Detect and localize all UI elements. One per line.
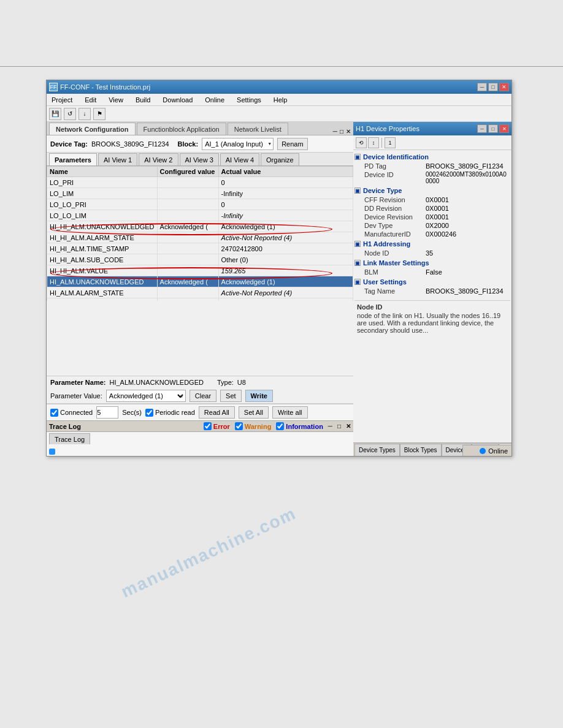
warning-checkbox[interactable] xyxy=(235,422,243,430)
h1-addressing-header: ▣ H1 Addressing xyxy=(354,240,510,248)
undo-button[interactable]: ↺ xyxy=(64,108,76,120)
right-restore-button[interactable]: □ xyxy=(488,124,498,133)
param-name-display: HI_ALM.UNACKNOWLEDGED xyxy=(110,379,204,386)
param-tab-ai-view-4[interactable]: AI View 4 xyxy=(220,153,259,165)
param-actual: -Infinity xyxy=(218,188,353,199)
param-actual: 0 xyxy=(218,199,353,210)
param-tab-ai-view-1[interactable]: AI View 1 xyxy=(98,153,137,165)
tab-network-config-label: Network Configuration xyxy=(56,126,129,133)
param-tab-ai-view-3[interactable]: AI View 3 xyxy=(180,153,219,165)
menu-build[interactable]: Build xyxy=(133,95,153,105)
write-all-button[interactable]: Write all xyxy=(272,406,308,419)
table-row[interactable]: HI_ALM.TIME_STAMP 24697100808 xyxy=(47,298,353,301)
tab-livelist[interactable]: Network Livelist xyxy=(228,123,288,135)
param-value-label: Parameter Value: xyxy=(50,392,102,400)
right-close-button[interactable]: ✕ xyxy=(499,124,509,133)
warning-check: Warning xyxy=(235,422,272,430)
dev-type-row: Dev Type 0X2000 xyxy=(354,221,510,230)
menu-project[interactable]: Project xyxy=(49,95,75,105)
user-settings-expand[interactable]: ▣ xyxy=(354,279,361,285)
table-row[interactable]: HI_ALM.ALARM_STATE Active-Not Reported (… xyxy=(47,287,353,298)
trace-pin-icon[interactable]: ─ xyxy=(328,423,332,430)
param-configured xyxy=(157,298,218,301)
h1-addressing-section: ▣ H1 Addressing Node ID 35 xyxy=(354,240,510,257)
connected-checkbox[interactable] xyxy=(50,409,58,417)
trace-restore-icon[interactable]: □ xyxy=(337,423,341,430)
table-row[interactable]: LO_LO_PRI 0 xyxy=(47,199,353,210)
menu-edit[interactable]: Edit xyxy=(82,95,99,105)
app-window: FF FF-CONF - Test Instruction.prj ─ □ ✕ … xyxy=(46,80,512,457)
tab-functionblock[interactable]: Functionblock Application xyxy=(137,123,226,135)
param-tab-parameters[interactable]: Parameters xyxy=(49,153,97,165)
param-name: HI_HI_ALM.ALARM_STATE xyxy=(47,232,158,243)
device-identification-expand[interactable]: ▣ xyxy=(354,154,361,160)
minimize-button[interactable]: ─ xyxy=(477,83,487,91)
menu-help[interactable]: Help xyxy=(271,95,290,105)
table-row[interactable]: HI_HI_ALM.ALARM_STATE Active-Not Reporte… xyxy=(47,232,353,243)
right-tool-1[interactable]: ⟲ xyxy=(356,137,367,148)
param-actual: Acknowledged (1) xyxy=(218,221,353,232)
menu-settings[interactable]: Settings xyxy=(234,95,264,105)
dev-type-key: Dev Type xyxy=(364,222,426,229)
param-name: LO_LIM xyxy=(47,188,158,199)
table-row-hihi-unack[interactable]: HI_HI_ALM.UNACKNOWLEDGED Acknowledged ( … xyxy=(47,221,353,232)
table-row[interactable]: HI_HI_ALM.VALUE 159.265 xyxy=(47,265,353,276)
param-tab-ai-view-2[interactable]: AI View 2 xyxy=(139,153,178,165)
param-name: HI_HI_ALM.TIME_STAMP xyxy=(47,243,158,254)
clear-button[interactable]: Clear xyxy=(190,390,216,402)
separator xyxy=(381,138,382,148)
device-type-expand[interactable]: ▣ xyxy=(354,188,361,194)
param-value-dropdown[interactable]: Acknowledged (1) xyxy=(106,390,186,402)
menu-view[interactable]: View xyxy=(106,95,126,105)
menu-online[interactable]: Online xyxy=(202,95,227,105)
tab-pin-icon[interactable]: ─ xyxy=(333,128,337,135)
save-button[interactable]: 💾 xyxy=(49,108,61,120)
tab-functionblock-label: Functionblock Application xyxy=(144,126,220,133)
close-button[interactable]: ✕ xyxy=(499,83,509,91)
table-row[interactable]: LO_PRI 0 xyxy=(47,177,353,188)
menu-download[interactable]: Download xyxy=(160,95,195,105)
rbt-device-types[interactable]: Device Types xyxy=(354,444,400,456)
h1-addressing-expand[interactable]: ▣ xyxy=(354,241,361,247)
param-tab-organize[interactable]: Organize xyxy=(261,153,299,165)
rename-button[interactable]: Renam xyxy=(277,138,307,150)
sec-label: Sec(s) xyxy=(122,409,142,416)
tab-restore-icon[interactable]: □ xyxy=(340,128,343,135)
info-checkbox[interactable] xyxy=(276,422,284,430)
rbt-block-types[interactable]: Block Types xyxy=(400,444,442,456)
device-id-key: Device ID xyxy=(364,171,426,184)
device-tag-value: BROOKS_3809G_FI1234 xyxy=(91,140,169,148)
error-checkbox[interactable] xyxy=(204,422,212,430)
tab-network-config[interactable]: Network Configuration xyxy=(49,123,136,135)
seconds-input[interactable] xyxy=(96,406,118,419)
right-tool-3[interactable]: 1 xyxy=(385,137,396,148)
set-button[interactable]: Set xyxy=(220,390,242,402)
info-check: Information xyxy=(276,422,323,430)
flag-button[interactable]: ⚑ xyxy=(93,108,105,120)
params-table-scroll[interactable]: Name Configured value Actual value LO_PR… xyxy=(47,166,353,301)
write-button[interactable]: Write xyxy=(245,390,273,402)
table-row[interactable]: LO_LO_LIM -Infinity xyxy=(47,210,353,221)
read-all-button[interactable]: Read All xyxy=(199,406,235,419)
table-row[interactable]: LO_LIM -Infinity xyxy=(47,188,353,199)
user-settings-section: ▣ User Settings Tag Name BROOKS_3809G_FI… xyxy=(354,278,510,295)
params-table: Name Configured value Actual value LO_PR… xyxy=(47,166,353,376)
right-pin-button[interactable]: ─ xyxy=(477,124,487,133)
link-master-expand[interactable]: ▣ xyxy=(354,260,361,266)
block-dropdown[interactable]: AI_1 (Analog Input) xyxy=(202,138,274,150)
tab-close-icon[interactable]: ✕ xyxy=(346,128,351,135)
table-row-hi-unack[interactable]: HI_ALM.UNACKNOWLEDGED Acknowledged ( Ack… xyxy=(47,276,353,287)
trace-close-icon[interactable]: ✕ xyxy=(346,423,351,430)
right-tool-2[interactable]: ↕ xyxy=(368,137,379,148)
table-row[interactable]: HI_HI_ALM.TIME_STAMP 24702412800 xyxy=(47,243,353,254)
download-button[interactable]: ↓ xyxy=(79,108,91,120)
set-all-button[interactable]: Set All xyxy=(239,406,269,419)
trace-tab-main[interactable]: Trace Log xyxy=(49,433,90,444)
restore-button[interactable]: □ xyxy=(488,83,498,91)
trace-log-header: Trace Log Error Warning xyxy=(47,421,353,432)
tag-name-value: BROOKS_3809G_FI1234 xyxy=(426,287,504,295)
periodic-checkbox[interactable] xyxy=(145,409,153,417)
toolbar: 💾 ↺ ↓ ⚑ xyxy=(47,106,511,122)
param-actual: 24697100808 xyxy=(218,298,353,301)
table-row[interactable]: HI_HI_ALM.SUB_CODE Other (0) xyxy=(47,254,353,265)
